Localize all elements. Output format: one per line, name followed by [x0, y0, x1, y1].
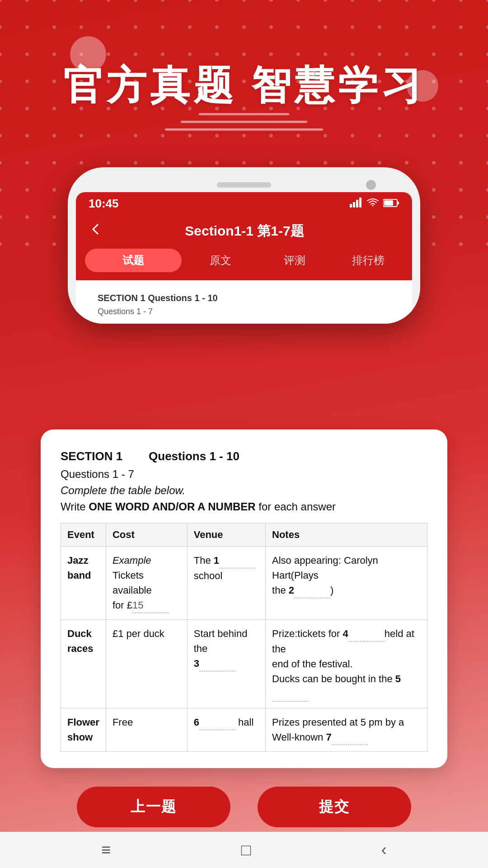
status-time: 10:45 — [89, 197, 119, 211]
battery-icon — [383, 197, 399, 211]
table-row: Flower show Free 6 hall Prizes presented… — [61, 708, 427, 752]
wifi-icon — [367, 197, 379, 211]
svg-rect-2 — [356, 200, 358, 208]
cost-flower: Free — [106, 708, 187, 752]
tab-shiti[interactable]: 试题 — [85, 249, 182, 272]
hero-title: 官方真题 智慧学习 — [0, 59, 488, 113]
col-notes: Notes — [266, 524, 427, 547]
phone-top-bar — [76, 179, 412, 192]
table-row: Duck races £1 per duck Start behind the … — [61, 620, 427, 708]
svg-rect-6 — [397, 202, 399, 204]
phone-mockup: 10:45 — [68, 167, 420, 324]
prev-button[interactable]: 上一题 — [77, 787, 230, 827]
table-row: Jazz band Example Tickets available for … — [61, 547, 427, 620]
status-icons — [350, 197, 399, 211]
phone-speaker — [217, 182, 271, 188]
instruction-complete: Complete the table below. — [61, 484, 427, 497]
deco-line-2 — [181, 121, 307, 123]
event-duck: Duck races — [61, 620, 106, 708]
venue-jazz: The 1 school — [187, 547, 265, 620]
instruction-pre: Write — [61, 500, 89, 513]
questions-sub-label: Questions 1 - 7 — [61, 468, 427, 481]
section-label-mini: SECTION 1 Questions 1 - 10 — [98, 293, 218, 303]
svg-rect-0 — [350, 204, 352, 208]
questions-range: Questions 1 - 10 — [149, 449, 239, 463]
cost-duck: £1 per duck — [106, 620, 187, 708]
submit-button[interactable]: 提交 — [258, 787, 411, 827]
instruction-bold-text: ONE WORD AND/OR A NUMBER — [89, 500, 255, 513]
bottom-nav: ≡ □ ‹ — [0, 832, 488, 868]
phone-camera — [366, 180, 376, 190]
back-button[interactable] — [89, 222, 103, 241]
notes-duck: Prize:tickets for 4 held at the end of t… — [266, 620, 427, 708]
event-jazz: Jazz band — [61, 547, 106, 620]
notes-jazz: Also appearing: Carolyn Hart(Plays the 2… — [266, 547, 427, 620]
col-event: Event — [61, 524, 106, 547]
svg-rect-5 — [384, 200, 393, 206]
notes-flower: Prizes presented at 5 pm by a Well-known… — [266, 708, 427, 752]
event-flower: Flower show — [61, 708, 106, 752]
content-table: Event Cost Venue Notes Jazz band Example… — [61, 523, 427, 752]
svg-rect-3 — [359, 198, 361, 208]
bottom-buttons: 上一题 提交 — [0, 787, 488, 827]
tab-pingce[interactable]: 评测 — [260, 249, 329, 272]
home-icon[interactable]: □ — [241, 840, 251, 859]
signal-icon — [350, 197, 362, 211]
instruction-write: Write ONE WORD AND/OR A NUMBER for each … — [61, 500, 427, 513]
instruction-post: for each answer — [258, 500, 336, 513]
menu-icon[interactable]: ≡ — [101, 840, 111, 859]
cost-jazz: Example Tickets available for £15 — [106, 547, 187, 620]
deco-lines — [165, 113, 323, 131]
deco-line-1 — [199, 113, 289, 115]
questions-label-mini: Questions 1 - 7 — [87, 307, 401, 321]
back-nav-icon[interactable]: ‹ — [381, 840, 387, 859]
svg-rect-1 — [353, 202, 355, 208]
deco-line-3 — [165, 128, 323, 131]
question-card: SECTION 1 Questions 1 - 10 Questions 1 -… — [41, 429, 447, 768]
section-mini-header: SECTION 1 Questions 1 - 10 — [87, 287, 401, 307]
section-header: SECTION 1 Questions 1 - 10 — [61, 449, 427, 463]
tab-paihang[interactable]: 排行榜 — [334, 249, 404, 272]
col-venue: Venue — [187, 524, 265, 547]
tab-yuanwen[interactable]: 原文 — [186, 249, 256, 272]
venue-duck: Start behind the 3 — [187, 620, 265, 708]
tab-bar: 试题 原文 评测 排行榜 — [76, 249, 412, 280]
nav-title: Section1-1 第1-7题 — [112, 222, 399, 241]
col-cost: Cost — [106, 524, 187, 547]
venue-flower: 6 hall — [187, 708, 265, 752]
phone-screen: 10:45 — [76, 192, 412, 324]
nav-bar: Section1-1 第1-7题 — [76, 214, 412, 249]
status-bar: 10:45 — [76, 192, 412, 214]
